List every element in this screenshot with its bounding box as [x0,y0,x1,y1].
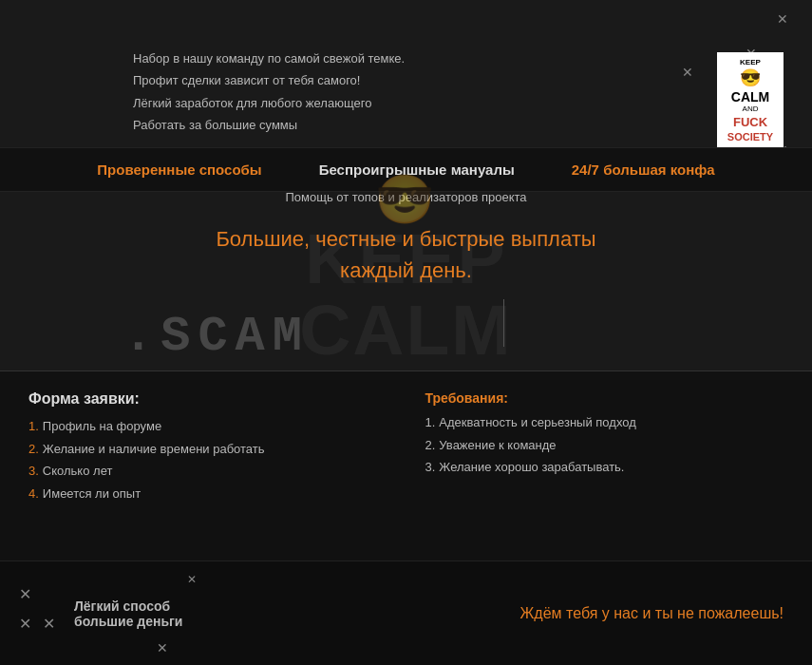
footer-cta: Ждём тебя у нас и ты не пожалеешь! [520,605,784,622]
form-title: Форма заявки: [28,390,387,408]
kc-keep: KEEP [725,58,776,67]
big-orange-text: Большие, честные и быстрые выплаты кажды… [0,223,812,286]
form-item-3: Сколько лет [28,462,387,481]
form-item-4: Имеется ли опыт [28,484,387,504]
req-item-2: Уважение к команде [425,436,784,455]
big-text-line1: Большие, честные и быстрые выплаты [0,223,812,255]
footer-close-3[interactable]: ✕ [43,615,55,633]
footer-close-1[interactable]: ✕ [19,585,31,603]
main-text-line1: Набор в нашу команду по самой свежой тем… [133,48,405,69]
form-block: Форма заявки: Профиль на форуме Желание … [28,390,387,551]
footer-close-2[interactable]: ✕ [19,615,31,633]
main-text-line2: Профит сделки зависит от тебя самого! [133,69,405,91]
nav-item-1[interactable]: Проверенные способы [97,162,261,178]
req-item-3: Желание хорошо зарабатывать. [425,458,784,477]
kc-calm: CALM [725,90,776,104]
main-text-block: Набор в нашу команду по самой свежой тем… [133,48,405,137]
subtitle: Помощь от топов и реализаторов проекта [0,190,812,204]
form-list: Профиль на форуме Желание и наличие врем… [28,417,387,503]
requirements-list: Адекватность и серьезный подход Уважение… [425,413,784,477]
footer-easy-text: Лёгкий способ большие деньги [74,598,182,629]
bottom-footer: ✕ ✕ ✕ Лёгкий способ большие деньги ✕ Ждё… [0,560,812,665]
keep-calm-badge: KEEP 😎 CALM AND FUCK SOCIETY [717,52,784,150]
nav-item-3[interactable]: 24/7 большая конфа [572,162,715,178]
footer-easy-line1: Лёгкий способ [74,598,182,614]
requirements-title: Требования: [425,390,784,406]
vertical-divider [503,299,504,347]
main-text-line3: Лёгкий заработок для любого желающего [133,92,405,114]
form-item-2: Желание и наличие времени работать [28,440,387,459]
req-item-1: Адекватность и серьезный подход [425,413,784,432]
main-text-line4: Работать за большие суммы [133,114,405,136]
bottom-section: Форма заявки: Профиль на форуме Желание … [0,370,812,570]
nav-item-2[interactable]: Беспроигрышные мануалы [319,162,515,178]
big-text-line2: каждый день. [0,255,812,286]
footer-easy-line2: большие деньги [74,614,182,629]
kc-society: SOCIETY [725,130,776,143]
top-close-button[interactable]: ✕ [777,11,788,27]
requirements-block: Требования: Адекватность и серьезный под… [425,390,784,551]
kc-and: AND [725,104,776,114]
scam-text: .SCAM [123,309,310,365]
kc-fuck: FUCK [725,115,776,131]
nav-bar: Проверенные способы Беспроигрышные мануа… [0,147,812,192]
close-button-4[interactable]: ✕ [682,65,693,80]
footer-close-small[interactable]: ✕ [187,573,197,586]
kc-icon: 😎 [725,67,776,89]
footer-close-bottom[interactable]: ✕ [157,640,168,656]
form-item-1: Профиль на форуме [28,417,387,436]
